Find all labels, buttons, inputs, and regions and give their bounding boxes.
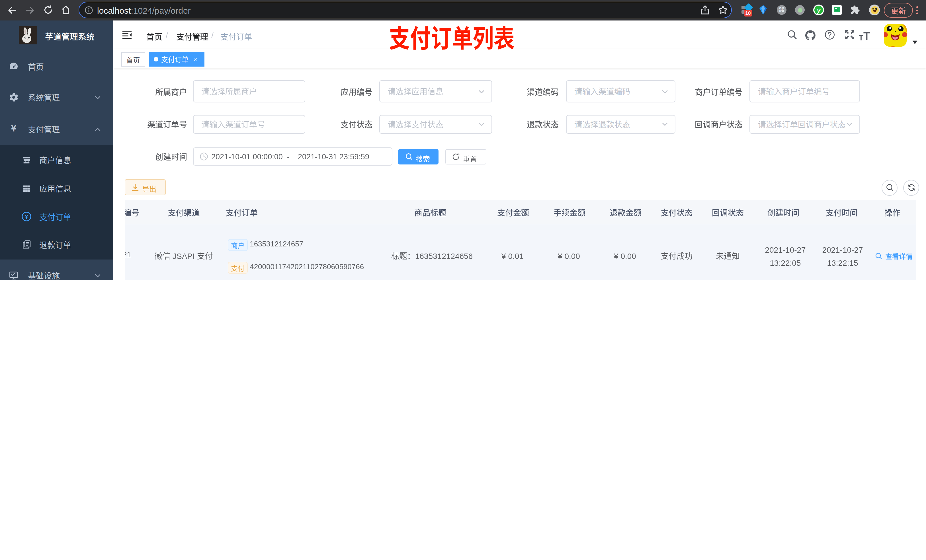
svg-text:¥: ¥ — [25, 213, 28, 220]
